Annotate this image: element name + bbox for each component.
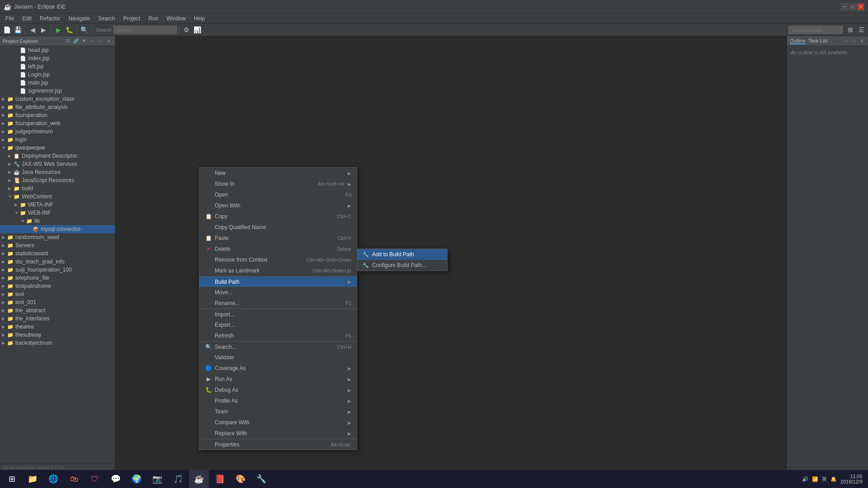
menu-help[interactable]: Help [190,14,209,23]
ctx-item-paste[interactable]: 📋PasteCtrl+V [199,233,357,244]
minimize-button[interactable]: ─ [841,3,848,10]
ctx-item-debug-as[interactable]: 🐛Debug As▶ [199,385,357,395]
menu-search[interactable]: Search [94,14,119,23]
tree-item[interactable]: ▶📁testpalindrome [0,282,115,290]
tree-item[interactable]: ▶📁randomnum_seed [0,233,115,241]
menu-window[interactable]: Window [163,14,189,23]
taskbar-store[interactable]: 🛍 [64,470,84,488]
toolbar-save[interactable]: 💾 [13,25,23,35]
ctx-item-properties[interactable]: PropertiesAlt+Enter [199,439,357,450]
tree-item[interactable]: ▶☕Java Resources [0,168,115,176]
panel-menu-btn[interactable]: ▼ [80,38,88,45]
menu-file[interactable]: File [2,14,18,23]
ctx-item-validate[interactable]: Validate [199,352,357,363]
toolbar-run[interactable]: ▶ [53,25,63,35]
ctx-item-copy[interactable]: 📋CopyCtrl+C [199,211,357,222]
tree-item[interactable]: ▶🔧JAX-WS Web Services [0,160,115,168]
taskbar-tool[interactable]: 🔧 [251,470,271,488]
tree-item[interactable]: 📄main.jsp [0,79,115,87]
tree-item[interactable]: ▶📁fouroperation [0,111,115,119]
taskbar-file-explorer[interactable]: 📁 [23,470,42,488]
tree-item[interactable]: ▶📁file_attribute_analysis [0,103,115,111]
ctx-item-profile-as[interactable]: Profile As▶ [199,395,357,406]
ctx-item-move[interactable]: Move... [199,287,357,298]
tree-item[interactable]: ▶📁the_abstract [0,306,115,314]
ctx-item-import[interactable]: Import... [199,309,357,319]
menu-run[interactable]: Run [145,14,162,23]
tree-item[interactable]: ▶📁login [0,136,115,144]
tree-item[interactable]: 📄index.jsp [0,54,115,62]
right-panel-close[interactable]: ✕ [858,38,865,45]
ctx-item-coverage-as[interactable]: 🔵Coverage As▶ [199,363,357,374]
panel-close-btn[interactable]: ✕ [105,38,112,45]
tree-item[interactable]: ▶📁text [0,290,115,298]
tree-item[interactable]: ▶📁thesubway [0,331,115,339]
tree-item[interactable]: ▶📁stu_teach_grad_info [0,258,115,266]
toolbar-forward[interactable]: ▶ [38,25,48,35]
menu-project[interactable]: Project [120,14,144,23]
taskbar-antivirus[interactable]: 🛡 [85,470,105,488]
taskbar-eclipse[interactable]: ☕ [189,470,209,488]
tree-item[interactable]: ▶📁judgeprimenum [0,127,115,136]
outline-tab[interactable]: Outline [790,38,806,44]
start-button[interactable]: ⊞ [2,470,22,488]
tree-item[interactable]: ▶📁custom_exception_class [0,95,115,103]
view-menu-btn[interactable]: ☰ [856,25,866,35]
ctx-item-mark-landmark[interactable]: Mark as LandmarkCtrl+Alt+Shift+Up [199,265,357,276]
panel-minimize-btn[interactable]: ─ [89,38,96,45]
taskbar-camera[interactable]: 📷 [147,470,167,488]
toolbar-extra1[interactable]: ⚙ [182,25,192,35]
tree-item[interactable]: ▶📁thearea [0,323,115,331]
ctx-item-build-path[interactable]: Build Path▶ [199,276,357,287]
ctx-item-copy-qualified[interactable]: Copy Qualified Name [199,222,357,233]
tree-item[interactable]: ▼📁qweqweqwe [0,144,115,152]
ctx-item-compare-with[interactable]: Compare With▶ [199,417,357,428]
ctx-item-replace-with[interactable]: Replace With▶ [199,428,357,439]
link-editor-btn[interactable]: 🔗 [72,38,80,45]
tree-item[interactable]: ▼📁WebContent [0,192,115,201]
ctx-item-delete[interactable]: ✕DeleteDelete [199,244,357,254]
tree-item[interactable]: 📄Login.jsp [0,70,115,79]
tree-item[interactable]: ▶📁build [0,184,115,192]
tree-item[interactable]: ▶📁Servers [0,241,115,249]
tree-item[interactable]: ▶📁suiji_fouroperation_100 [0,266,115,274]
taskbar-chrome[interactable]: 🌍 [127,470,146,488]
menu-navigate[interactable]: Navigate [65,14,93,23]
search-input[interactable] [113,26,177,34]
tree-item[interactable]: 📦mysql-connector- [0,225,115,233]
ctx-item-remove-context[interactable]: Remove from ContextCtrl+Alt+Shift+Down [199,254,357,265]
tree-item[interactable]: ▶📁text_001 [0,298,115,306]
tree-item[interactable]: ▶📁fouroperation_web [0,119,115,127]
ctx-item-refresh[interactable]: RefreshF5 [199,330,357,341]
taskbar-kakaotalk[interactable]: 💬 [106,470,126,488]
taskbar-pdf[interactable]: 📕 [210,470,230,488]
ctx-item-show-in[interactable]: Show InAlt+Shift+W▶ [199,178,357,189]
ctx-item-export[interactable]: Export... [199,319,357,330]
tree-item[interactable]: 📄left.jsp [0,62,115,70]
ctx-item-team[interactable]: Team▶ [199,406,357,417]
tree-item[interactable]: 📄signinerror.jsp [0,87,115,95]
ctx-item-open[interactable]: OpenF3 [199,189,357,200]
tree-item[interactable]: ▶📋Deployment Descriptor: [0,152,115,160]
tree-item[interactable]: ▼📁lib [0,217,115,225]
toolbar-new[interactable]: 📄 [2,25,12,35]
toolbar-back[interactable]: ◀ [28,25,38,35]
right-panel-min[interactable]: ─ [842,38,849,45]
panel-maximize-btn[interactable]: □ [97,38,104,45]
task-list-tab[interactable]: Task List [808,38,828,44]
toolbar-extra2[interactable]: 📊 [193,25,203,35]
ctx-item-open-with[interactable]: Open With▶ [199,200,357,211]
tree-item[interactable]: ▶📁the_interfaces [0,314,115,323]
tree-item[interactable]: ▶📁telephone_file [0,274,115,282]
ctx-item-search[interactable]: 🔍Search...Ctrl+H [199,341,357,352]
ctx-item-rename[interactable]: Rename...F2 [199,298,357,309]
submenu-item-add-to-build-path[interactable]: 🔧Add to Build Path [358,249,447,260]
tree-item[interactable]: ▶📁statisticsword [0,249,115,258]
collapse-all-btn[interactable]: ⊟ [64,38,71,45]
submenu-item-configure-build-path[interactable]: 🔧Configure Build Path... [358,260,447,271]
close-button[interactable]: ✕ [857,3,864,10]
taskbar-music[interactable]: 🎵 [168,470,188,488]
taskbar-browser[interactable]: 🌐 [43,470,63,488]
menu-edit[interactable]: Edit [19,14,35,23]
menu-refactor[interactable]: Refactor [36,14,64,23]
